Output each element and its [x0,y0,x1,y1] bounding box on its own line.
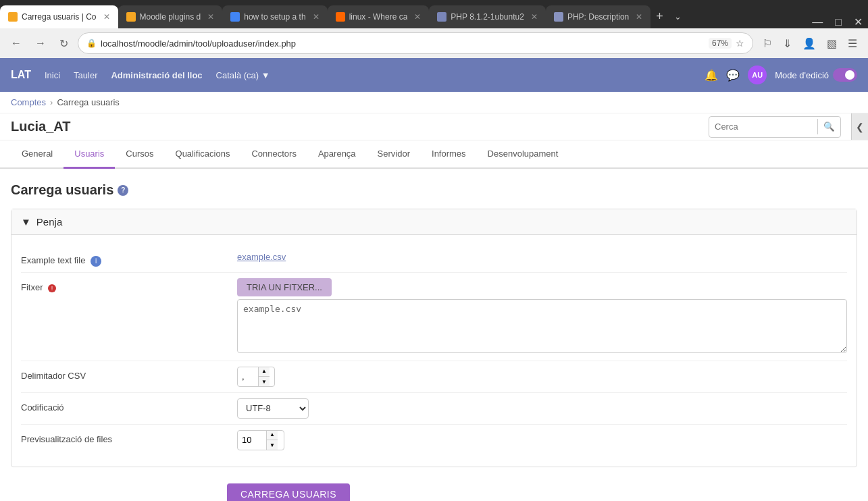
tab-qualificacions[interactable]: Qualificacions [165,140,241,169]
previsualitzacio-spinner-btns: ▲ ▼ [266,430,278,450]
csv-delimiter-value[interactable] [238,369,258,384]
address-bar[interactable]: 🔒 localhost/moodle/admin/tool/uploaduser… [78,32,753,54]
tab-usuaris[interactable]: Usuaris [63,140,115,169]
close-window-button[interactable]: ✕ [848,16,868,28]
page-title: Carrega usuaris ? [11,182,857,198]
nav-inici[interactable]: Inici [45,70,60,80]
previsualitzacio-down[interactable]: ▼ [267,440,278,450]
control-codificacio: UTF-8 ISO-8859-1 UTF-16 [237,398,847,419]
site-title: Lucia_AT [11,119,71,134]
reload-button[interactable]: ↻ [55,34,72,53]
tab-cursos[interactable]: Cursos [115,140,164,169]
browser-tab-5[interactable]: PHP 8.1.2-1ubuntu2 ✕ [429,5,546,28]
nav-admin[interactable]: Administració del lloc [111,70,202,80]
breadcrumb-comptes[interactable]: Comptes [11,97,46,107]
label-previsualitzacio: Previsualització de files [21,430,237,444]
label-example-file: Example text file i [21,251,237,267]
tab-favicon-1 [8,12,18,22]
forward-button[interactable]: → [31,34,50,52]
tab-close-2[interactable]: ✕ [207,12,214,22]
moodle-navbar: LAT Inici Tauler Administració del lloc … [0,58,868,92]
messages-button[interactable]: 💬 [726,69,740,82]
tab-general[interactable]: General [11,140,63,169]
tab-close-6[interactable]: ✕ [636,12,642,22]
required-indicator-fitxer: ! [48,284,56,292]
minimize-button[interactable]: — [807,16,828,28]
maximize-button[interactable]: □ [829,16,847,28]
extensions-button[interactable]: ⚐ [759,34,776,53]
search-button[interactable]: 🔍 [817,119,840,134]
previsualitzacio-up[interactable]: ▲ [267,430,278,440]
notifications-button[interactable]: 🔔 [705,69,718,82]
menu-button[interactable]: ☰ [844,34,861,53]
file-textarea[interactable]: example.csv [237,299,847,353]
downloads-button[interactable]: ⇓ [779,34,796,53]
form-row-example-file: Example text file i example.csv [21,246,847,273]
tab-list-button[interactable]: ⌄ [669,11,687,22]
form-row-codificacio: Codificació UTF-8 ISO-8859-1 UTF-16 [21,393,847,425]
csv-delimiter-input: ▲ ▼ [237,367,275,387]
section-header[interactable]: ▼ Penja [11,209,857,235]
label-codificacio: Codificació [21,398,237,413]
admin-tabs: General Usuaris Cursos Qualificacions Co… [0,140,868,169]
browser-tab-1[interactable]: Carrega usuaris | Co ✕ [0,5,118,28]
search-input[interactable] [709,119,817,134]
control-csv-delimiter: ▲ ▼ [237,367,847,387]
example-csv-link[interactable]: example.csv [237,252,286,262]
tab-close-1[interactable]: ✕ [103,12,110,22]
section-collapse-icon: ▼ [21,216,31,228]
mode-edit-label: Mode d'edició [775,70,829,80]
mode-edit-toggle[interactable] [833,68,857,82]
tab-informes[interactable]: Informes [421,140,477,169]
penja-section: ▼ Penja Example text file i example.csv … [11,209,857,467]
submit-container: CARREGA USUARIS [11,478,857,502]
tab-title-6: PHP: Description [567,12,629,22]
label-fitxer: Fitxer ! [21,278,237,292]
browser-tab-2[interactable]: Moodle plugins d ✕ [118,5,223,28]
bookmark-icon[interactable]: ☆ [736,38,744,49]
tab-servidor[interactable]: Servidor [367,140,421,169]
tab-title-5: PHP 8.1.2-1ubuntu2 [451,12,524,22]
tab-title-1: Carrega usuaris | Co [22,12,97,22]
mode-edit-container: Mode d'edició [775,68,857,82]
help-icon[interactable]: ? [118,185,128,196]
csv-delimiter-up[interactable]: ▲ [259,367,270,377]
info-icon-example[interactable]: i [91,256,101,267]
control-example-file: example.csv [237,251,847,262]
tab-favicon-6 [554,12,563,22]
form-row-csv-delimiter: Delimitador CSV ▲ ▼ [21,361,847,393]
label-csv-delimiter: Delimitador CSV [21,367,237,381]
profile-button[interactable]: 👤 [798,34,820,53]
nav-language[interactable]: Català (ca) ▼ [216,70,270,80]
csv-delimiter-down[interactable]: ▼ [259,377,270,387]
tab-close-3[interactable]: ✕ [313,12,320,22]
submit-button[interactable]: CARREGA USUARIS [227,483,350,502]
sidebar-collapse-button[interactable]: ❮ [851,113,868,140]
tab-close-4[interactable]: ✕ [414,12,421,22]
browser-tab-3[interactable]: how to setup a th ✕ [222,5,327,28]
tab-aparenca[interactable]: Aparença [307,140,367,169]
tab-close-5[interactable]: ✕ [531,12,538,22]
addons-button[interactable]: ▧ [823,34,841,53]
tab-favicon-5 [437,12,446,22]
breadcrumb: Comptes › Carrega usuaris [0,92,868,113]
main-content: Carrega usuaris ? ▼ Penja Example text f… [0,169,868,501]
tab-connectors[interactable]: Connectors [240,140,307,169]
user-avatar[interactable]: AU [748,65,767,84]
moodle-nav-links: Inici Tauler Administració del lloc Cata… [45,70,705,80]
codificacio-select[interactable]: UTF-8 ISO-8859-1 UTF-16 [237,398,309,419]
new-tab-button[interactable]: + [650,9,669,24]
moodle-nav-right: 🔔 💬 AU Mode d'edició [705,65,857,84]
back-button[interactable]: ← [7,34,26,52]
browser-tab-6[interactable]: PHP: Description ✕ [546,5,650,28]
nav-tauler[interactable]: Tauler [74,70,97,80]
tab-title-3: how to setup a th [244,12,305,22]
search-box: 🔍 [709,116,841,138]
file-upload-button[interactable]: TRIA UN FITXER... [237,278,332,296]
browser-tab-4[interactable]: linux - Where ca ✕ [328,5,430,28]
csv-delimiter-spinner: ▲ ▼ [258,367,270,387]
tab-desenvolupament[interactable]: Desenvolupament [477,140,569,169]
tab-title-4: linux - Where ca [349,12,408,22]
previsualitzacio-value[interactable] [238,432,266,448]
previsualitzacio-spinner: ▲ ▼ [237,430,284,450]
